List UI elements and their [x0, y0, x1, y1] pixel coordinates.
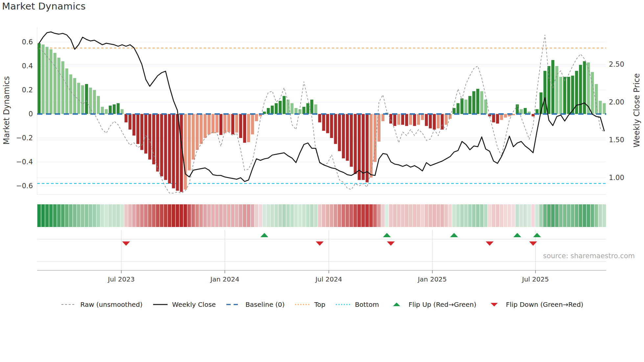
oscillator-bar: [164, 114, 167, 180]
oscillator-bar: [85, 84, 88, 114]
heatmap-cell: [77, 204, 80, 227]
heatmap-cell: [563, 204, 566, 227]
flip-up-marker: [513, 233, 521, 237]
oscillator-bar: [61, 61, 64, 114]
heatmap-cell: [575, 204, 578, 227]
legend-item: Flip Down (Green→Red): [486, 301, 584, 308]
heatmap-cell: [104, 204, 108, 227]
legend-label: Top: [314, 301, 325, 308]
oscillator-bar: [93, 90, 96, 114]
heatmap-cell: [243, 204, 246, 227]
heatmap-cell: [579, 204, 582, 227]
heatmap-cell: [310, 204, 314, 227]
heatmap-cell: [136, 204, 140, 227]
heatmap-cell: [89, 204, 92, 227]
oscillator-bar: [176, 114, 179, 191]
heatmap-cell: [334, 204, 337, 227]
oscillator-bar: [468, 96, 471, 114]
heatmap-cell: [488, 204, 492, 227]
heatmap-cell: [286, 204, 290, 227]
heatmap-cell: [350, 204, 353, 227]
flip-down-marker: [486, 241, 494, 246]
oscillator-bar: [567, 77, 570, 114]
heatmap-cell: [539, 204, 543, 227]
oscillator-bar: [283, 96, 286, 114]
flip-up-marker: [383, 233, 391, 237]
heatmap-cell: [527, 204, 531, 227]
heatmap-cell: [101, 204, 104, 227]
oscillator-bar: [156, 114, 159, 171]
oscillator-bar: [196, 114, 199, 150]
flip-down-marker: [387, 241, 395, 246]
flip-down-marker: [122, 241, 130, 246]
right-axis-tick-label: 1.00: [609, 174, 624, 182]
heatmap-cell: [516, 204, 519, 227]
heatmap-cell: [425, 204, 428, 227]
heatmap-cell: [492, 204, 495, 227]
oscillator-bar: [294, 108, 297, 114]
oscillator-bar: [370, 114, 373, 177]
legend: Raw (unsmoothed)Weekly CloseBaseline (0)…: [0, 301, 644, 308]
oscillator-bar: [37, 43, 40, 114]
heatmap-cell: [314, 204, 318, 227]
oscillator-bar: [267, 108, 270, 114]
heatmap-cell: [583, 204, 586, 227]
heatmap-cell: [168, 204, 172, 227]
oscillator-bar: [393, 114, 396, 126]
oscillator-bar: [405, 114, 408, 126]
left-axis-tick-label: −0.2: [3, 134, 33, 142]
heatmap-cell: [144, 204, 148, 227]
oscillator-bar: [223, 114, 226, 133]
heatmap-cell: [373, 204, 377, 227]
oscillator-bar: [437, 114, 440, 128]
heatmap-cell: [472, 204, 476, 227]
heatmap-cell: [116, 204, 120, 227]
oscillator-bar: [144, 114, 147, 153]
heatmap-cell: [112, 204, 116, 227]
heatmap-cell: [421, 204, 424, 227]
heatmap-cell: [432, 204, 436, 227]
x-axis-tick-label: Jul 2023: [108, 275, 134, 283]
oscillator-bar: [441, 114, 444, 129]
heatmap-cell: [97, 204, 100, 227]
heatmap-cell: [468, 204, 472, 227]
heatmap-cell: [128, 204, 132, 227]
heatmap-cell: [476, 204, 480, 227]
heatmap-cell: [247, 204, 250, 227]
legend-label: Bottom: [355, 301, 379, 308]
heatmap-cell: [361, 204, 365, 227]
oscillator-bar: [496, 114, 499, 124]
heatmap-cell: [294, 204, 298, 227]
heatmap-cell: [484, 204, 488, 227]
heatmap-cell: [381, 204, 385, 227]
triangle-down-icon: [486, 302, 502, 307]
oscillator-bar: [575, 71, 578, 114]
heatmap-cell: [306, 204, 310, 227]
heatmap-cell: [93, 204, 96, 227]
heatmap-cell: [448, 204, 452, 227]
heatmap-cell: [263, 204, 266, 227]
heatmap-cell: [547, 204, 551, 227]
left-axis-tick-label: −0.4: [3, 158, 33, 166]
heatmap-cell: [599, 204, 602, 227]
right-axis-label: Weekly Close Price: [632, 48, 642, 173]
oscillator-bar: [192, 114, 195, 160]
flip-up-marker: [261, 233, 268, 237]
heatmap-cell: [508, 204, 511, 227]
oscillator-bar: [125, 114, 127, 123]
heatmap-cell: [531, 204, 535, 227]
legend-item: Flip Up (Red→Green): [389, 301, 476, 308]
oscillator-bar: [524, 108, 527, 114]
oscillator-bar: [279, 101, 282, 114]
heatmap-cell: [385, 204, 389, 227]
oscillator-bar: [472, 91, 475, 114]
oscillator-bar: [152, 114, 155, 164]
page-title: Market Dynamics: [2, 1, 86, 12]
heatmap-cell: [124, 204, 128, 227]
chart-canvas: Market Dynamics Market Dynamics Weekly C…: [0, 0, 644, 362]
heatmap-cell: [357, 204, 361, 227]
oscillator-bar: [476, 89, 479, 114]
oscillator-bar: [243, 114, 246, 143]
heatmap-cell: [255, 204, 258, 227]
heatmap-cell: [460, 204, 464, 227]
